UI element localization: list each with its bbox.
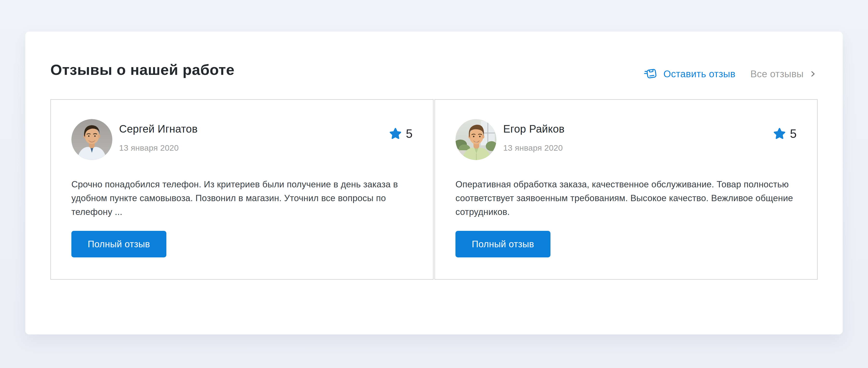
all-reviews-link[interactable]: Все отзывы: [750, 68, 817, 80]
review-date: 13 января 2020: [503, 143, 565, 152]
star-icon: [773, 127, 786, 140]
all-reviews-label: Все отзывы: [750, 68, 804, 80]
review-text: Срочно понадобился телефон. Из критериев…: [71, 177, 412, 219]
review-card: Егор Райков 13 января 2020 5 Оперативная…: [434, 99, 817, 280]
reviewer-name: Егор Райков: [503, 123, 565, 135]
reviewer-info: Сергей Игнатов 13 января 2020: [119, 119, 198, 152]
leave-review-label: Оставить отзыв: [663, 68, 735, 80]
avatar: [456, 119, 496, 160]
rating: 5: [773, 127, 797, 141]
leave-review-link[interactable]: Оставить отзыв: [644, 67, 735, 80]
review-card-head: Егор Райков 13 января 2020 5: [456, 119, 797, 160]
star-icon: [389, 127, 402, 140]
rating-value: 5: [790, 127, 797, 141]
review-card-head: Сергей Игнатов 13 января 2020 5: [71, 119, 412, 160]
review-cards: Сергей Игнатов 13 января 2020 5 Срочно п…: [51, 99, 817, 280]
chevron-right-icon: [804, 69, 817, 79]
review-date: 13 января 2020: [119, 143, 198, 152]
reviewer-name: Сергей Игнатов: [119, 123, 198, 135]
reviewer-info: Егор Райков 13 января 2020: [503, 119, 565, 152]
rating-value: 5: [406, 127, 412, 141]
rating: 5: [389, 127, 412, 141]
full-review-button[interactable]: Полный отзыв: [456, 231, 551, 257]
reviews-panel: Отзывы о нашей работе: [25, 32, 843, 334]
panel-header: Отзывы о нашей работе: [51, 32, 817, 78]
review-text: Оперативная обработка заказа, качественн…: [456, 177, 797, 219]
fast-delivery-box-icon: [644, 67, 657, 80]
avatar: [71, 119, 112, 160]
review-card: Сергей Игнатов 13 января 2020 5 Срочно п…: [51, 99, 434, 280]
full-review-button[interactable]: Полный отзыв: [71, 231, 166, 257]
header-links: Оставить отзыв Все отзывы: [644, 67, 817, 80]
